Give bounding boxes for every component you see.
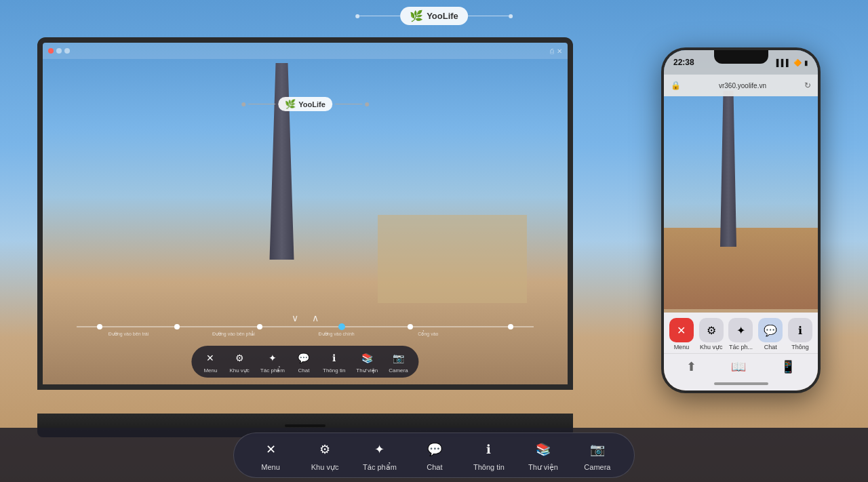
phone-ground [664, 228, 818, 309]
phone-tool-khuvuc[interactable]: ⚙ Khu vực [699, 318, 724, 350]
timeline-dot-3[interactable] [338, 323, 345, 330]
badge-pill: 🌿 YooLife [278, 97, 332, 111]
bottom-toolbar: ✕ Menu ⚙ Khu vực ✦ Tác phẩm 💬 Chat ℹ Thô… [0, 428, 868, 482]
khuvuc-icon: ⚙ [231, 350, 248, 366]
phone-tool-menu[interactable]: ✕ Menu [669, 318, 694, 350]
apps-icon[interactable]: 📱 [778, 357, 798, 377]
phone-tacpham-label: Tác ph... [729, 344, 753, 350]
bottom-tool-menu[interactable]: ✕ Menu [254, 439, 287, 471]
phone-home-indicator [714, 382, 768, 385]
bottom-tool-camera[interactable]: 📷 Camera [581, 439, 614, 471]
badge-line-left [359, 16, 400, 16]
phone-chat-icon: 💬 [758, 318, 783, 342]
bottom-thuvien-label: Thư viện [528, 463, 558, 472]
phone-time: 22:38 [673, 58, 694, 67]
badge-line [248, 104, 275, 104]
phone-tool-tacpham[interactable]: ✦ Tác ph... [728, 318, 753, 350]
laptop-window-icons: ⎙ ✕ [550, 47, 562, 55]
bottom-tool-thuvien[interactable]: 📚 Thư viện [527, 439, 559, 472]
phone-status-icons: ▌▌▌ 🔶 ▮ [776, 59, 808, 66]
bottom-info-icon: ℹ [478, 439, 500, 460]
timeline-label-0: Đường vào bên trái [108, 332, 149, 337]
laptop-topbar: ⎙ ✕ [43, 43, 568, 59]
window-controls [48, 48, 70, 54]
bottom-khuvuc-label: Khu vực [311, 463, 339, 472]
wifi-icon: 🔶 [793, 59, 802, 66]
bottom-chat-icon: 💬 [424, 439, 446, 460]
timeline-dot-4[interactable] [408, 324, 413, 329]
arrow-down-icon: ∨ [292, 313, 298, 323]
bottom-library-icon: 📚 [532, 439, 554, 460]
phone-tool-thong[interactable]: ℹ Thông [788, 318, 812, 350]
timeline-dot-end[interactable] [508, 324, 513, 329]
timeline-dot-1[interactable] [174, 324, 180, 329]
bottom-camera-icon: 📷 [587, 439, 608, 460]
phone-info-icon: ℹ [788, 318, 812, 342]
phone-frame: 22:38 ▌▌▌ 🔶 ▮ 🔒 vr360.yoolife.vn ↻ [661, 47, 821, 393]
laptop-vr-scene: ⎙ ✕ 🌿 YooLife [43, 43, 568, 384]
bottom-camera-label: Camera [584, 463, 610, 471]
phone-bottom-toolbar: ✕ Menu ⚙ Khu vực ✦ Tác ph... 💬 Chat [664, 313, 818, 390]
menu-icon: ✕ [202, 350, 218, 366]
laptop-screen: ⎙ ✕ 🌿 YooLife [37, 37, 573, 390]
timeline-labels: Đường vào bên trái Đường vào bên phải Đư… [77, 332, 534, 337]
bottom-tool-thongtin[interactable]: ℹ Thông tin [473, 439, 505, 471]
timeline-dot-start[interactable] [97, 324, 102, 329]
laptop-tool-khuvuc[interactable]: ⚙ Khu vực [229, 350, 249, 374]
close-icon: ✕ [557, 47, 562, 55]
refresh-icon: ↻ [804, 81, 811, 90]
min-dot [56, 48, 62, 54]
signal-icon: ▌▌▌ [776, 59, 791, 66]
phone-url-text: vr360.yoolife.vn [681, 82, 804, 89]
laptop-device: ⎙ ✕ 🌿 YooLife [37, 37, 573, 437]
brand-name: YooLife [427, 11, 458, 21]
camera-icon: 📷 [390, 350, 406, 366]
badge-leaf-icon: 🌿 [285, 99, 296, 109]
thongtin-label: Thông tin [323, 367, 345, 374]
bottom-tool-chat[interactable]: 💬 Chat [418, 439, 451, 471]
bottom-tacpham-label: Tác phẩm [363, 463, 397, 472]
top-badge-container: 🌿 YooLife [355, 7, 513, 25]
laptop-tool-menu[interactable]: ✕ Menu [202, 350, 218, 374]
timeline-track [77, 326, 534, 327]
timeline-label-3: Cổng vào [418, 332, 438, 337]
phone-notch [714, 50, 768, 64]
laptop-tool-tacpham[interactable]: ✦ Tác phẩm [260, 350, 285, 374]
tacpham-label: Tác phẩm [260, 367, 285, 374]
toolbar-pill: ✕ Menu ⚙ Khu vực ✦ Tác phẩm 💬 Chat ℹ Thô… [233, 433, 635, 478]
badge-dot-r [365, 102, 369, 106]
phone-tool-chat[interactable]: 💬 Chat [758, 318, 783, 350]
phone-tacpham-icon: ✦ [728, 318, 753, 342]
bottom-menu-icon: ✕ [260, 439, 281, 460]
badge-line-r [335, 104, 362, 104]
library-icon: 📚 [359, 350, 375, 366]
bottom-khuvuc-icon: ⚙ [314, 439, 336, 460]
phone-menu-label: Menu [674, 344, 690, 350]
thuvien-label: Thư viện [356, 367, 378, 374]
bottom-tool-khuvuc[interactable]: ⚙ Khu vực [309, 439, 341, 472]
phone-thong-label: Thông [791, 344, 809, 350]
leaf-icon: 🌿 [410, 9, 423, 22]
timeline-arrows: ∨ ∧ [292, 313, 319, 323]
arrow-up-icon: ∧ [312, 313, 319, 323]
khuvuc-label: Khu vực [229, 367, 249, 374]
chat-icon: 💬 [296, 350, 312, 366]
laptop-obelisk [267, 63, 297, 260]
laptop-tool-camera[interactable]: 📷 Camera [389, 350, 408, 374]
phone-urlbar: 🔒 vr360.yoolife.vn ↻ [664, 75, 818, 96]
phone-device: 22:38 ▌▌▌ 🔶 ▮ 🔒 vr360.yoolife.vn ↻ [661, 47, 821, 393]
phone-tool-row: ✕ Menu ⚙ Khu vực ✦ Tác ph... 💬 Chat [664, 313, 818, 353]
laptop-mini-toolbar: ✕ Menu ⚙ Khu vực ✦ Tác phẩm 💬 Chat ℹ [191, 346, 418, 378]
laptop-tool-chat[interactable]: 💬 Chat [296, 350, 312, 374]
timeline-label-1: Đường vào bên phải [212, 332, 255, 337]
camera-label: Camera [389, 367, 408, 374]
badge-dot-right [509, 14, 513, 18]
bottom-menu-label: Menu [261, 463, 280, 471]
timeline-dot-2[interactable] [257, 324, 262, 329]
battery-icon: ▮ [804, 59, 808, 66]
share-icon[interactable]: ⬆ [684, 357, 699, 377]
laptop-tool-thuvien[interactable]: 📚 Thư viện [356, 350, 378, 374]
laptop-tool-thongtin[interactable]: ℹ Thông tin [323, 350, 345, 374]
bookmarks-icon[interactable]: 📖 [728, 357, 749, 377]
bottom-tool-tacpham[interactable]: ✦ Tác phẩm [363, 439, 397, 472]
